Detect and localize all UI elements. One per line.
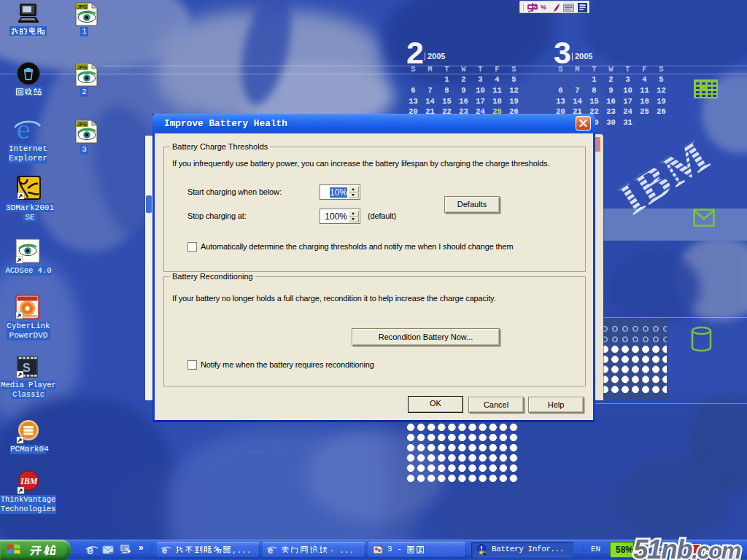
svg-text:JPG: JPG — [77, 4, 88, 9]
svg-text:S: S — [23, 362, 31, 374]
svg-text:- ...: - ... — [330, 546, 354, 555]
svg-text:%: % — [541, 4, 546, 11]
svg-text:,...: ,... — [232, 546, 251, 555]
svg-text:e: e — [87, 544, 93, 556]
svg-text:JPG: JPG — [77, 122, 88, 127]
svg-text:IBM: IBM — [20, 476, 38, 486]
svg-text:e: e — [268, 545, 273, 555]
svg-text:JPG: JPG — [77, 65, 88, 70]
svg-text:e: e — [162, 545, 167, 555]
